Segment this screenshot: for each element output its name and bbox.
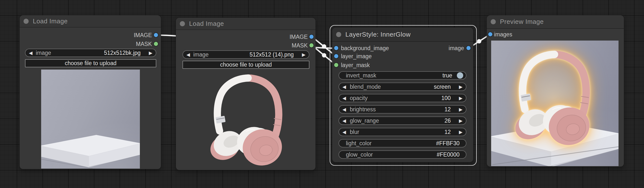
node-title: Preview Image xyxy=(500,18,544,26)
input-dot-images[interactable] xyxy=(488,32,493,37)
widget-brightness[interactable]: ◀ brightness 12 ▶ xyxy=(338,105,466,114)
output-dot-image[interactable] xyxy=(309,34,314,39)
input-dot-layer-image[interactable] xyxy=(334,54,339,59)
widget-value: #FFBF30 xyxy=(436,140,460,147)
node-load-image-2[interactable]: Load Image IMAGE MASK ◀ image 512x512 (1… xyxy=(176,18,316,170)
widget-label: blend_mode xyxy=(350,83,381,90)
widget-glow-range[interactable]: ◀ glow_range 26 ▶ xyxy=(338,117,466,125)
widget-label: glow_range xyxy=(350,117,379,124)
link-dot xyxy=(477,39,481,44)
widget-next-icon[interactable]: ▶ xyxy=(459,117,462,124)
widget-label: opacity xyxy=(350,94,368,102)
combo-label: image xyxy=(36,49,51,56)
image-preview-result xyxy=(491,41,618,166)
widget-blend-mode[interactable]: ◀ blend_mode screen ▶ xyxy=(338,82,466,91)
widget-next-icon[interactable]: ▶ xyxy=(459,128,462,136)
combo-next-icon[interactable]: ▶ xyxy=(149,49,152,56)
output-dot-mask[interactable] xyxy=(309,43,314,48)
node-preview-image[interactable]: Preview Image images xyxy=(487,15,624,167)
input-label-background-image: background_image xyxy=(341,45,389,51)
node-title: Load Image xyxy=(189,20,224,28)
widget-next-icon[interactable]: ▶ xyxy=(459,83,462,90)
choose-file-button[interactable]: choose file to upload xyxy=(25,59,156,67)
node-titlebar[interactable]: LayerStyle: InnerGlow xyxy=(332,28,473,42)
combo-next-icon[interactable]: ▶ xyxy=(302,51,306,58)
combo-prev-icon[interactable]: ◀ xyxy=(186,51,190,58)
combo-value: 512x512 (14).png xyxy=(250,51,294,58)
node-layerstyle-innerglow[interactable]: LayerStyle: InnerGlow background_image l… xyxy=(332,28,473,162)
input-label-layer-image: layer_image xyxy=(341,53,372,59)
node-load-image-1[interactable]: Load Image IMAGE MASK ◀ image 512x512bk.… xyxy=(20,15,161,169)
widget-invert-mask[interactable]: invert_mask true xyxy=(338,71,466,80)
combo-label: image xyxy=(193,51,209,58)
widget-prev-icon[interactable]: ◀ xyxy=(342,117,346,124)
widget-value: 12 xyxy=(444,128,451,136)
link-dot xyxy=(322,53,326,57)
output-dot-image[interactable] xyxy=(466,45,471,51)
widget-label: glow_color xyxy=(346,151,373,158)
widget-light-color[interactable]: light_color #FFBF30 xyxy=(338,139,466,147)
widget-prev-icon[interactable]: ◀ xyxy=(342,94,346,102)
output-label-mask: MASK xyxy=(136,41,152,47)
widget-value: 100 xyxy=(442,94,451,102)
combo-prev-icon[interactable]: ◀ xyxy=(29,49,32,56)
image-preview-headphones xyxy=(196,71,301,168)
widget-prev-icon[interactable]: ◀ xyxy=(342,106,346,113)
choose-file-button[interactable]: choose file to upload xyxy=(182,61,310,69)
image-combo-widget[interactable]: ◀ image 512x512bk.jpg ▶ xyxy=(25,49,156,57)
link-dot xyxy=(322,44,326,49)
widget-opacity[interactable]: ◀ opacity 100 ▶ xyxy=(338,94,466,102)
image-preview-headphones-glow xyxy=(500,47,610,147)
widget-next-icon[interactable]: ▶ xyxy=(459,106,462,113)
toggle-dot[interactable] xyxy=(457,72,463,79)
input-label-images: images xyxy=(494,31,512,38)
input-dot-background-image[interactable] xyxy=(334,45,339,51)
widget-prev-icon[interactable]: ◀ xyxy=(342,83,346,90)
widget-next-icon[interactable]: ▶ xyxy=(459,94,462,102)
output-label-mask: MASK xyxy=(292,42,308,49)
widget-label: invert_mask xyxy=(346,72,376,79)
output-label-image: IMAGE xyxy=(134,32,152,38)
collapse-dot-icon[interactable] xyxy=(491,19,496,24)
widget-label: brightness xyxy=(350,106,376,113)
node-titlebar[interactable]: Load Image xyxy=(20,15,161,28)
image-combo-widget[interactable]: ◀ image 512x512 (14).png ▶ xyxy=(182,50,310,59)
node-title: Load Image xyxy=(33,18,68,25)
widget-value: screen xyxy=(434,83,451,90)
widget-value: true xyxy=(442,72,452,79)
widget-label: light_color xyxy=(346,140,372,147)
input-dot-layer-mask[interactable] xyxy=(334,62,339,68)
widget-glow-color[interactable]: glow_color #FE0000 xyxy=(338,150,466,159)
widget-value: #FE0000 xyxy=(437,151,460,158)
node-title: LayerStyle: InnerGlow xyxy=(346,31,410,38)
output-dot-mask[interactable] xyxy=(153,41,158,46)
widget-label: blur xyxy=(350,128,359,136)
image-preview-podium xyxy=(41,69,140,169)
widget-value: 12 xyxy=(444,106,451,113)
node-titlebar[interactable]: Load Image xyxy=(176,18,316,30)
widget-prev-icon[interactable]: ◀ xyxy=(342,128,346,136)
collapse-dot-icon[interactable] xyxy=(336,32,341,37)
output-label-image: image xyxy=(448,45,464,51)
collapse-dot-icon[interactable] xyxy=(180,21,185,26)
output-label-image: IMAGE xyxy=(290,34,308,40)
widget-blur[interactable]: ◀ blur 12 ▶ xyxy=(338,128,466,136)
output-dot-image[interactable] xyxy=(153,32,158,38)
widget-value: 26 xyxy=(444,117,451,124)
collapse-dot-icon[interactable] xyxy=(24,19,29,24)
combo-value: 512x512bk.jpg xyxy=(104,49,140,56)
node-titlebar[interactable]: Preview Image xyxy=(487,15,624,29)
node-editor-canvas[interactable]: Load Image IMAGE MASK ◀ image 512x512bk.… xyxy=(0,0,644,188)
input-label-layer-mask: layer_mask xyxy=(341,62,370,68)
